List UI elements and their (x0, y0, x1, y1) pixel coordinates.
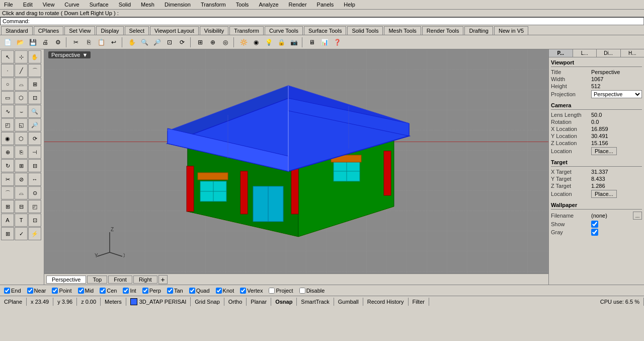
options-icon[interactable]: ⚙ (52, 37, 63, 48)
viewport-tab-right[interactable]: Right (133, 276, 157, 284)
display-mode-icon[interactable]: 🖥 (306, 37, 317, 48)
move-tool[interactable]: ⊕ (1, 146, 14, 159)
tab-render-tools[interactable]: Render Tools (422, 26, 464, 35)
tab-setview[interactable]: Set View (64, 26, 95, 35)
wallpaper-gray-checkbox[interactable] (591, 229, 598, 236)
zoom-select[interactable]: 🔎 (28, 118, 41, 131)
record-history-button[interactable]: Record History (363, 298, 409, 306)
paste-icon[interactable]: 📋 (96, 37, 107, 48)
text-tool[interactable]: A (1, 214, 14, 227)
chamfer-tool[interactable]: ⌓ (15, 186, 28, 199)
join-tool[interactable]: ⊞ (1, 200, 14, 213)
zoom-out-icon[interactable]: 🔎 (151, 37, 163, 48)
menu-help[interactable]: Help (342, 1, 357, 8)
camera-place-button[interactable]: Place... (591, 147, 617, 155)
osnap-disable[interactable]: Disable (299, 288, 325, 294)
select-objects[interactable]: ⊹ (15, 50, 28, 63)
new-icon[interactable]: 📄 (2, 37, 13, 48)
viewport-label[interactable]: Perspective ▼ (48, 51, 91, 58)
panel-tab-layers[interactable]: L... (573, 49, 597, 57)
light-icon[interactable]: 💡 (263, 37, 274, 48)
panel-tab-display[interactable]: Di... (597, 49, 621, 57)
layer-indicator[interactable]: 3D_ATAP PERISAI (126, 297, 191, 306)
viewport-projection-select[interactable]: Perspective Parallel (591, 90, 642, 98)
tab-transform[interactable]: Transform (229, 26, 264, 35)
tab-visibility[interactable]: Visibility (200, 26, 229, 35)
osnap-button[interactable]: Osnap (271, 298, 297, 306)
print-icon[interactable]: 🖨 (40, 37, 51, 48)
menu-panels[interactable]: Panels (315, 1, 336, 8)
dim-tool[interactable]: T (15, 214, 28, 227)
check-tool[interactable]: ✓ (15, 227, 28, 240)
offset-tool[interactable]: ⊙ (28, 186, 41, 199)
menu-transform[interactable]: Transform (199, 1, 228, 8)
help-icon[interactable]: ❓ (332, 37, 343, 48)
array-tool[interactable]: ⊟ (28, 159, 41, 172)
copy-icon[interactable]: ⎘ (83, 37, 94, 48)
unit-display[interactable]: Meters (101, 298, 126, 306)
osnap-int[interactable]: Int (123, 288, 136, 294)
rectangle-tool[interactable]: ▭ (1, 91, 14, 104)
filter-button[interactable]: Filter (409, 298, 429, 306)
sphere-tool[interactable]: ◉ (1, 132, 14, 145)
menu-render[interactable]: Render (287, 1, 309, 8)
target-place-button[interactable]: Place... (591, 190, 617, 198)
osnap-near[interactable]: Near (27, 288, 46, 294)
tab-select[interactable]: Select (125, 26, 149, 35)
tab-standard[interactable]: Standard (1, 26, 33, 35)
planar-button[interactable]: Planar (247, 298, 271, 306)
tab-viewport-layout[interactable]: Viewport Layout (150, 26, 199, 35)
zoom-window[interactable]: ⊞ (28, 78, 41, 91)
cplane-indicator[interactable]: CPlane (0, 298, 27, 306)
open-icon[interactable]: 📂 (15, 37, 26, 48)
wallpaper-browse-button[interactable]: ... (633, 212, 642, 220)
viewport-canvas[interactable]: Perspective ▼ (44, 49, 548, 274)
osnap-mid[interactable]: Mid (78, 288, 94, 294)
osnap-point[interactable]: Point (52, 288, 71, 294)
wallpaper-show-checkbox[interactable] (591, 221, 598, 228)
arc-tool[interactable]: ⌓ (15, 78, 28, 91)
tab-surface-tools[interactable]: Surface Tools (304, 26, 346, 35)
pan-icon[interactable]: ✋ (126, 37, 137, 48)
tab-solid-tools[interactable]: Solid Tools (347, 26, 383, 35)
menu-analyze[interactable]: Analyze (257, 1, 280, 8)
pan-tool[interactable]: ✋ (28, 50, 41, 63)
panel-tab-help[interactable]: H... (621, 49, 645, 57)
copy-tool[interactable]: ⎘ (15, 146, 28, 159)
bolt-tool[interactable]: ⚡ (28, 227, 41, 240)
add-viewport-button[interactable]: + (158, 275, 168, 284)
undo-icon[interactable]: ↩ (108, 37, 119, 48)
menu-view[interactable]: View (41, 1, 57, 8)
osnap-knot[interactable]: Knot (216, 288, 234, 294)
panel-tab-properties[interactable]: P... (549, 49, 573, 57)
render-icon[interactable]: 🔆 (238, 37, 249, 48)
menu-edit[interactable]: Edit (21, 1, 35, 8)
command-input[interactable] (32, 18, 641, 24)
tab-cplanes[interactable]: CPlanes (34, 26, 64, 35)
scale-tool[interactable]: ⊞ (15, 159, 28, 172)
rotate-tool[interactable]: ↻ (1, 159, 14, 172)
rotate-view[interactable]: ⟳ (28, 132, 41, 145)
extrude-tool[interactable]: ◱ (15, 118, 28, 131)
freeform-curve[interactable]: ∿ (1, 105, 14, 118)
lock-icon[interactable]: 🔒 (276, 37, 287, 48)
menu-tools[interactable]: Tools (234, 1, 251, 8)
layer-tool[interactable]: ⊞ (1, 227, 14, 240)
menu-surface[interactable]: Surface (88, 1, 111, 8)
analysis-icon[interactable]: 📊 (319, 37, 330, 48)
osnap-toggle-icon[interactable]: ◎ (220, 37, 231, 48)
smart-track-button[interactable]: SmartTrack (297, 298, 334, 306)
extend-tool[interactable]: ↔ (28, 173, 41, 186)
osnap-perp[interactable]: Perp (142, 288, 161, 294)
polyline-tool[interactable]: ⌒ (28, 64, 41, 77)
tab-mesh-tools[interactable]: Mesh Tools (384, 26, 421, 35)
grid-snap-button[interactable]: Grid Snap (191, 298, 224, 306)
viewport-tab-front[interactable]: Front (108, 276, 132, 284)
menu-dimension[interactable]: Dimension (163, 1, 193, 8)
osnap-quad[interactable]: Quad (189, 288, 210, 294)
line-tool[interactable]: ╱ (15, 64, 28, 77)
osnap-cen[interactable]: Cen (100, 288, 117, 294)
tab-new-in-v5[interactable]: New in V5 (494, 26, 528, 35)
viewport-tab-perspective[interactable]: Perspective (46, 276, 86, 284)
tab-drafting[interactable]: Drafting (464, 26, 493, 35)
